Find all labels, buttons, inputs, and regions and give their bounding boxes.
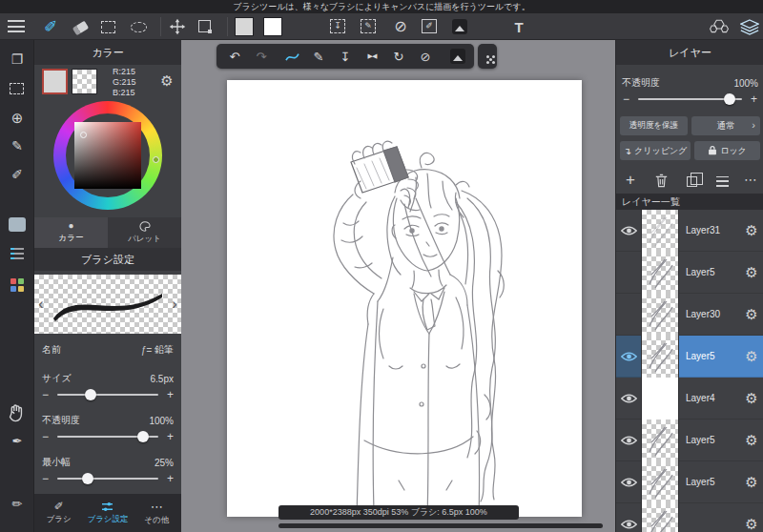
layer-visibility-toggle[interactable]	[616, 309, 641, 320]
lasso-select-icon[interactable]	[131, 22, 147, 32]
layer-row[interactable]: Layer4 ⚙	[616, 378, 763, 419]
flip-horizontal-icon[interactable]: ▶◀	[361, 46, 382, 67]
layer-opacity-knob[interactable]	[724, 93, 735, 105]
layer-settings-gear[interactable]: ⚙	[739, 474, 763, 491]
material-panel-icon[interactable]	[710, 19, 731, 35]
layer-opacity-track[interactable]	[638, 98, 742, 100]
text-tool-icon[interactable]: T	[509, 17, 528, 36]
eraser-tool-icon[interactable]	[71, 21, 90, 34]
layer-row[interactable]: Layer5 ⚙	[616, 336, 763, 378]
layer-visibility-toggle[interactable]	[616, 267, 641, 278]
layer-settings-gear[interactable]: ⚙	[739, 348, 763, 365]
layer-row[interactable]: Layer31 ⚙	[616, 210, 763, 252]
layer-settings-gear[interactable]: ⚙	[739, 390, 763, 407]
opacity-plus-button[interactable]: +	[165, 431, 175, 442]
minwidth-minus-button[interactable]: −	[40, 473, 51, 484]
opacity-slider-knob[interactable]	[137, 431, 149, 442]
layer-row[interactable]: Layer30 ⚙	[616, 294, 763, 336]
eyedropper-tool-icon[interactable]: ✎	[308, 46, 329, 67]
horizontal-scrollbar[interactable]	[278, 523, 603, 528]
layer-settings-gear[interactable]: ⚙	[739, 306, 763, 323]
layer-settings-gear[interactable]: ⚙	[739, 264, 763, 281]
minwidth-slider[interactable]: − +	[40, 473, 175, 484]
minwidth-slider-track[interactable]	[57, 478, 158, 480]
layer-menu-button[interactable]	[711, 174, 732, 189]
opacity-slider[interactable]: − +	[40, 431, 175, 442]
move-tool-icon[interactable]	[169, 18, 186, 35]
canvas[interactable]	[227, 80, 582, 517]
layer-visibility-toggle[interactable]	[616, 519, 641, 530]
color-panel-toggle-icon[interactable]	[9, 217, 26, 232]
saturation-cursor[interactable]	[80, 132, 87, 138]
hand-tool-icon[interactable]	[8, 404, 24, 422]
rotate-reset-icon[interactable]: ↻	[388, 46, 409, 67]
deselect-icon[interactable]: ⊘	[391, 17, 410, 36]
more-options-button[interactable]: ⋯	[740, 170, 761, 189]
size-slider-knob[interactable]	[85, 389, 96, 400]
tab-palette[interactable]: パレット	[108, 217, 181, 248]
opacity-slider-track[interactable]	[57, 436, 158, 438]
layer-opacity-plus[interactable]: +	[749, 93, 759, 105]
size-minus-button[interactable]: −	[40, 389, 51, 400]
toolbar-drag-handle[interactable]	[478, 44, 497, 69]
select-eraser-icon[interactable]	[452, 19, 467, 34]
layer-settings-gear[interactable]: ⚙	[739, 516, 763, 532]
layer-thumbnail[interactable]	[641, 503, 679, 532]
layer-thumbnail[interactable]	[641, 419, 679, 461]
protect-alpha-button[interactable]: 透明度を保護	[620, 116, 688, 135]
pages-icon[interactable]: ❐	[9, 51, 26, 67]
deselect-view-icon[interactable]: ⊘	[415, 46, 436, 67]
layer-settings-gear[interactable]: ⚙	[739, 222, 763, 239]
opacity-minus-button[interactable]: −	[40, 431, 51, 442]
secondary-color-swatch[interactable]	[72, 69, 97, 94]
size-plus-button[interactable]: +	[165, 389, 175, 400]
layer-settings-gear[interactable]: ⚙	[739, 432, 763, 449]
layer-visibility-toggle[interactable]	[616, 477, 641, 488]
hue-cursor[interactable]	[153, 156, 159, 163]
layer-visibility-toggle[interactable]	[616, 393, 641, 404]
transform-tool-icon[interactable]	[198, 20, 211, 32]
clipping-button[interactable]: ↴ クリッピング	[620, 141, 691, 160]
background-color-swatch[interactable]	[263, 17, 282, 36]
brush-list-panel-icon[interactable]	[10, 248, 24, 259]
color-settings-gear-icon[interactable]: ⚙	[158, 72, 175, 89]
tab-brush-settings[interactable]: ブラシ設定	[83, 494, 132, 532]
foreground-color-swatch[interactable]	[235, 17, 254, 36]
duplicate-layer-button[interactable]	[681, 174, 702, 189]
layer-thumbnail[interactable]	[641, 461, 679, 503]
delete-layer-button[interactable]	[650, 172, 671, 189]
select-panel-icon[interactable]	[10, 83, 24, 94]
layer-opacity-slider[interactable]: − +	[621, 93, 759, 105]
layer-row[interactable]: Layer5 ⚙	[616, 461, 763, 503]
tab-color[interactable]: ● カラー	[34, 217, 108, 248]
layer-thumbnail[interactable]	[641, 336, 679, 378]
tab-brush[interactable]: ✐ ブラシ	[34, 494, 83, 532]
tab-others[interactable]: ⋯ その他	[133, 494, 181, 532]
marker-panel-icon[interactable]: ✐	[9, 167, 26, 182]
select-expand-icon[interactable]: ↧	[330, 19, 345, 33]
stabilizer-icon[interactable]	[281, 46, 302, 67]
select-pen-icon[interactable]: ✐	[422, 19, 437, 33]
pencil-icon[interactable]: ✏	[9, 496, 26, 511]
menu-icon[interactable]	[8, 20, 25, 32]
undo-icon[interactable]: ↶	[224, 46, 245, 67]
primary-color-swatch[interactable]	[42, 69, 68, 94]
material-icon[interactable]	[447, 46, 468, 67]
lock-button[interactable]: ロック	[694, 141, 760, 160]
redo-icon[interactable]: ↷	[251, 46, 272, 67]
layer-row[interactable]: Layer5 ⚙	[616, 419, 763, 461]
minwidth-plus-button[interactable]: +	[165, 473, 175, 484]
add-layer-button[interactable]: +	[620, 170, 641, 189]
layer-visibility-toggle[interactable]	[616, 225, 641, 236]
brush-name-value[interactable]: 鉛筆	[155, 343, 174, 357]
next-brush-arrow[interactable]: ›	[169, 295, 180, 314]
layer-row[interactable]: ⚙	[616, 503, 763, 532]
size-slider[interactable]: − +	[40, 389, 175, 400]
minwidth-slider-knob[interactable]	[82, 473, 93, 484]
bucket-tool-icon[interactable]: ↧	[335, 46, 356, 67]
zoom-icon[interactable]: ⊕	[9, 110, 26, 125]
layer-thumbnail[interactable]	[641, 294, 679, 336]
layers-panel-icon[interactable]	[740, 19, 759, 35]
move-selection-icon[interactable]: ✎	[361, 19, 376, 33]
layer-thumbnail[interactable]	[641, 378, 679, 419]
